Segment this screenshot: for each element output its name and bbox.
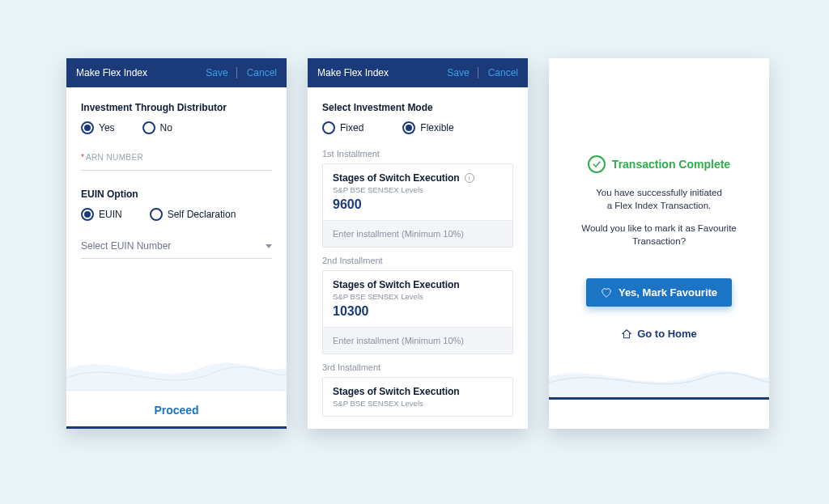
go-home-label: Go to Home	[637, 328, 697, 340]
installment-2-card: Stages of Switch Execution S&P BSE SENSE…	[322, 270, 513, 354]
radio-icon	[150, 208, 163, 221]
section-euin-label: EUIN Option	[81, 188, 272, 200]
titlebar-divider	[236, 67, 237, 78]
save-button[interactable]: Save	[206, 67, 227, 78]
favourite-question: Would you like to mark it as Favourite T…	[563, 222, 755, 248]
cancel-button[interactable]: Cancel	[247, 67, 277, 78]
success-message: You have successfully initiated a Flex I…	[596, 186, 722, 212]
field-underline	[81, 170, 272, 171]
page-title: Make Flex Index	[317, 67, 437, 78]
installment-3-title: Stages of Switch Execution	[333, 386, 460, 397]
decorative-wave	[549, 351, 769, 400]
arn-placeholder: ARN NUMBER	[86, 153, 143, 162]
installment-3-sub: S&P BSE SENSEX Levels	[333, 399, 503, 408]
decorative-wave	[66, 340, 287, 396]
titlebar: Make Flex Index Save Cancel	[308, 58, 528, 87]
radio-no[interactable]: No	[142, 121, 172, 134]
titlebar: Make Flex Index Save Cancel	[66, 58, 287, 87]
installment-2-value: 10300	[333, 304, 503, 319]
radio-euin-label: EUIN	[99, 209, 122, 220]
installment-2-caption: 2nd Installment	[322, 256, 513, 265]
titlebar-divider	[478, 67, 478, 78]
installment-1-input[interactable]: Enter installment (Minimum 10%)	[323, 220, 512, 247]
accent-strip	[66, 426, 287, 429]
radio-euin[interactable]: EUIN	[81, 208, 122, 221]
page-title: Make Flex Index	[76, 67, 196, 78]
radio-flexible[interactable]: Flexible	[402, 121, 453, 134]
installment-3-caption: 3rd Installment	[322, 362, 513, 372]
installment-3-card: Stages of Switch Execution S&P BSE SENSE…	[322, 377, 513, 417]
radio-icon	[81, 208, 94, 221]
installment-2-sub: S&P BSE SENSEX Levels	[333, 292, 503, 301]
installment-1-card: Stages of Switch Execution i S&P BSE SEN…	[322, 163, 513, 248]
arn-number-field[interactable]: *ARN NUMBER	[81, 149, 272, 171]
info-icon[interactable]: i	[465, 173, 474, 183]
radio-no-label: No	[160, 122, 172, 133]
chevron-down-icon	[266, 244, 272, 248]
cancel-button[interactable]: Cancel	[488, 67, 518, 78]
success-row: Transaction Complete	[588, 155, 730, 173]
installment-1-title: Stages of Switch Execution	[333, 172, 460, 184]
check-circle-icon	[588, 155, 606, 173]
installment-2-input[interactable]: Enter installment (Minimum 10%)	[323, 327, 512, 354]
mark-favourite-button[interactable]: Yes, Mark Favourite	[586, 278, 732, 307]
section-mode-label: Select Investment Mode	[322, 102, 513, 113]
installment-1-value: 9600	[333, 197, 503, 212]
radio-icon	[142, 121, 155, 134]
proceed-button[interactable]: Proceed	[66, 390, 287, 429]
heart-icon	[601, 287, 612, 299]
installment-2-title: Stages of Switch Execution	[333, 279, 460, 290]
select-euin-placeholder: Select EUIN Number	[81, 240, 171, 252]
radio-icon	[322, 121, 335, 134]
installment-1-sub: S&P BSE SENSEX Levels	[333, 185, 503, 194]
success-title: Transaction Complete	[612, 158, 730, 171]
proceed-label: Proceed	[154, 404, 198, 417]
mark-favourite-label: Yes, Mark Favourite	[619, 286, 717, 299]
radio-self-declaration[interactable]: Self Declaration	[150, 208, 236, 221]
radio-fixed-label: Fixed	[340, 122, 363, 133]
screen-investment-mode: Make Flex Index Save Cancel Select Inves…	[308, 58, 528, 429]
screen-transaction-complete: Transaction Complete You have successful…	[549, 58, 769, 429]
home-icon	[621, 328, 632, 340]
radio-flexible-label: Flexible	[420, 122, 453, 133]
radio-icon	[402, 121, 415, 134]
required-asterisk: *	[81, 153, 84, 162]
radio-yes-label: Yes	[99, 122, 115, 133]
save-button[interactable]: Save	[447, 67, 469, 78]
accent-strip	[549, 397, 769, 400]
radio-self-label: Self Declaration	[168, 209, 236, 220]
screen-distributor: Make Flex Index Save Cancel Investment T…	[66, 58, 287, 429]
section-investment-label: Investment Through Distributor	[81, 102, 272, 113]
radio-yes[interactable]: Yes	[81, 121, 115, 134]
select-euin-number[interactable]: Select EUIN Number	[81, 235, 272, 259]
radio-icon	[81, 121, 94, 134]
installment-1-caption: 1st Installment	[322, 149, 513, 159]
go-home-link[interactable]: Go to Home	[621, 328, 697, 340]
radio-fixed[interactable]: Fixed	[322, 121, 363, 134]
